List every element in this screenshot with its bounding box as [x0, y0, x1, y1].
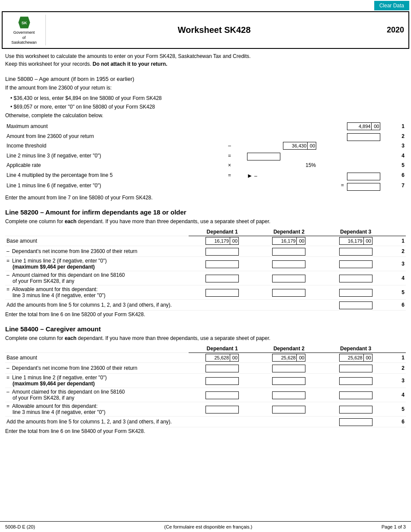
dep58400-row2-d3: [322, 363, 389, 374]
dep58200-d1-input[interactable]: 16,179 00: [206, 237, 239, 245]
row1-split-input[interactable]: 4,894 00: [347, 122, 380, 130]
dep58400-r3d1-input[interactable]: [206, 377, 239, 385]
row5-rate: 15%: [246, 161, 318, 170]
clear-data-button[interactable]: Clear Data: [374, 1, 409, 10]
dep58200-r5d1-input[interactable]: [206, 289, 239, 297]
row4-split-input[interactable]: [247, 153, 280, 160]
dep58400-d3-input[interactable]: 25,628 00: [339, 354, 372, 362]
dep58400-row5-d3: [322, 402, 389, 417]
dep58400-row6-total: [322, 417, 389, 427]
table-row: Amount from line 23600 of your return 2: [5, 131, 406, 141]
dep58200-row1-d2: 16,179 00: [256, 236, 322, 246]
dep-table-58400: Dependant 1 Dependant 2 Dependant 3 Base…: [5, 345, 406, 427]
table-row: Add the amounts from line 5 for columns …: [5, 417, 406, 427]
dep58200-r3d3-input[interactable]: [339, 260, 372, 268]
dep58400-enter-note: Enter the total from line 6 on line 5840…: [5, 427, 406, 435]
dep58400-row5-d2: [256, 402, 322, 417]
dep58400-d2-input[interactable]: 25,628 00: [272, 354, 305, 362]
row3-linenum: 3: [382, 141, 406, 151]
dep58400-r2d1-input[interactable]: [206, 365, 239, 372]
row6-split-input[interactable]: [347, 173, 380, 180]
section-58200: Line 58200 – Amount for infirm dependant…: [5, 208, 406, 318]
row3-value: 36,430 00: [246, 141, 318, 151]
section-58400-desc: Complete one column for each dependant. …: [5, 334, 406, 342]
row7-op: [214, 181, 246, 191]
section-58400: Line 58400 – Caregiver amount Complete o…: [5, 325, 406, 435]
page-title: Worksheet SK428: [50, 25, 378, 35]
dep58200-r4d3-input[interactable]: [339, 275, 372, 282]
dep-header-row: Dependant 1 Dependant 2 Dependant 3: [5, 345, 406, 353]
dep-col-header-1: Dependant 1: [189, 228, 255, 236]
dep58200-d3-input[interactable]: 16,179 00: [339, 237, 372, 245]
dep58400-r5d3-input[interactable]: [339, 406, 372, 413]
footer-left: 5008-D E (20): [5, 524, 35, 529]
table-row: Add the amounts from line 5 for columns …: [5, 300, 406, 311]
table-row: =Line 1 minus line 2 (if negative, enter…: [5, 374, 406, 388]
dep58200-r6-input[interactable]: [339, 301, 372, 309]
dep58200-r2d2-input[interactable]: [272, 248, 305, 256]
year-label: 2020: [378, 26, 404, 35]
row2-value: [318, 131, 382, 141]
dep58200-row3-num: 3: [389, 257, 406, 271]
table-row: –Amount claimed for this dependant on li…: [5, 388, 406, 402]
row2-op: [214, 131, 246, 141]
table-row: Applicable rate × 15% 5: [5, 161, 406, 170]
dep-col-header-label: [5, 345, 189, 353]
row3-label: Income threshold: [5, 141, 214, 151]
dep-col-header-1: Dependant 1: [189, 345, 255, 353]
dep58200-r2d3-input[interactable]: [339, 248, 372, 256]
top-bar: Clear Data: [0, 0, 411, 11]
dep58400-r3d2-input[interactable]: [272, 377, 305, 385]
dep58400-row3-d1: [189, 374, 255, 388]
age-amount-table: Maximum amount 4,894 00 1 Amount from li…: [5, 122, 406, 191]
dep58200-row1-d1: 16,179 00: [189, 236, 255, 246]
table-row: Income threshold – 36,430 00 3: [5, 141, 406, 151]
dep58200-r4d1-input[interactable]: [206, 275, 239, 282]
dep58200-row2-d2: [256, 246, 322, 257]
dep58400-r4d2-input[interactable]: [272, 391, 305, 399]
dep58200-r2d1-input[interactable]: [206, 248, 239, 256]
dep58200-r3d2-input[interactable]: [272, 260, 305, 268]
dep58400-row2-num: 2: [389, 363, 406, 374]
dep58400-row2-label: –Dependant's net income from line 23600 …: [5, 363, 189, 374]
dep58200-row5-d3: [322, 285, 389, 300]
row4-label: Line 2 minus line 3 (if negative, enter …: [5, 151, 214, 161]
footer-right: Page 1 of 3: [382, 524, 406, 529]
dep58200-r5d2-input[interactable]: [272, 289, 305, 297]
dep58400-r3d3-input[interactable]: [339, 377, 372, 385]
dep58200-row1-d3: 16,179 00: [322, 236, 389, 246]
dep58200-row3-d3: [322, 257, 389, 271]
row3-split-input[interactable]: 36,430 00: [283, 142, 316, 150]
dep58400-row4-label: –Amount claimed for this dependant on li…: [5, 388, 189, 402]
dep58400-row5-d1: [189, 402, 255, 417]
row7-split-input[interactable]: [347, 183, 380, 191]
dep58400-r2d3-input[interactable]: [339, 365, 372, 372]
table-row: Base amount 16,179 00 16,179 00: [5, 236, 406, 246]
dep58400-r4d1-input[interactable]: [206, 391, 239, 399]
dep-col-header-2: Dependant 2: [256, 345, 322, 353]
dep58400-row1-label: Base amount: [5, 353, 189, 363]
dep58400-row5-num: 5: [389, 402, 406, 417]
dep58400-r2d2-input[interactable]: [272, 365, 305, 372]
dep58400-r4d3-input[interactable]: [339, 391, 372, 399]
dep58400-row4-d1: [189, 388, 255, 402]
row4-linenum: 4: [382, 151, 406, 161]
dep58200-r5d3-input[interactable]: [339, 289, 372, 297]
dep58400-r5d1-input[interactable]: [206, 406, 239, 413]
row6-value: [318, 170, 382, 181]
main-content: Use this worksheet to calculate the amou…: [0, 49, 411, 454]
header: SK Government of Saskatchewan Worksheet …: [2, 11, 409, 49]
dep58200-r4d2-input[interactable]: [272, 275, 305, 282]
dep58200-r3d1-input[interactable]: [206, 260, 239, 268]
dep58400-d1-input[interactable]: 25,628 00: [206, 354, 239, 362]
logo-area: SK Government of Saskatchewan: [7, 15, 46, 45]
dep58200-row6-label: Add the amounts from line 5 for columns …: [5, 300, 322, 311]
dep58200-row1-num: 1: [389, 236, 406, 246]
dep58200-d2-input[interactable]: 16,179 00: [272, 237, 305, 245]
dep58200-row3-label: =Line 1 minus line 2 (if negative, enter…: [5, 257, 189, 271]
row2-split-input[interactable]: [347, 133, 380, 141]
row3-empty: [318, 141, 382, 151]
dep58400-row6-num: 6: [389, 417, 406, 427]
dep58400-r5d2-input[interactable]: [272, 406, 305, 413]
dep58400-r6-input[interactable]: [339, 418, 372, 426]
